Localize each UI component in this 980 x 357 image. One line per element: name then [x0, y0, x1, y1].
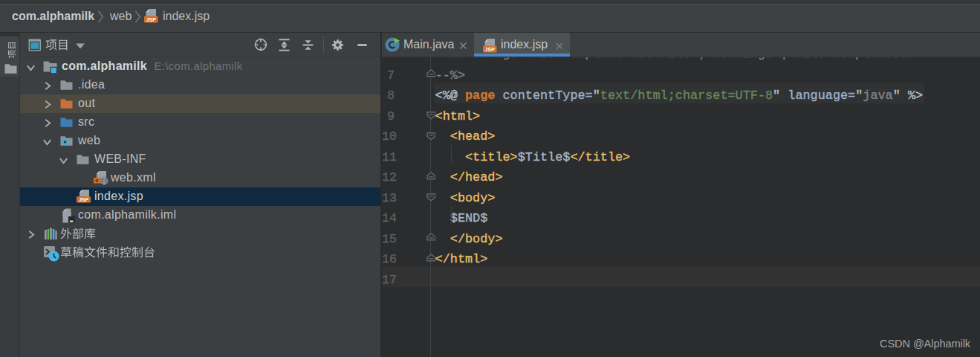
- svg-text:JSP: JSP: [146, 17, 157, 22]
- svg-text:JSP: JSP: [79, 197, 89, 202]
- svg-text:JSP: JSP: [485, 47, 496, 52]
